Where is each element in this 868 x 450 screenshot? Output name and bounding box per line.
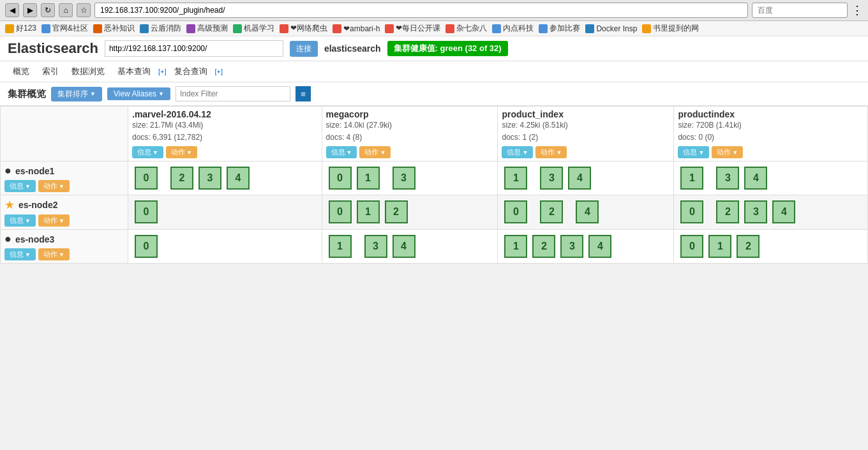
node3-actions: 信息 ▼ 动作 ▼ [4,248,124,260]
node2-actions: 信息 ▼ 动作 ▼ [4,214,124,227]
node2-action-arrow: ▼ [59,218,64,224]
bookmark-button[interactable]: ☆ [77,3,91,17]
node2-info-button[interactable]: 信息 ▼ [4,214,36,227]
product-index-info-arrow: ▼ [522,149,528,156]
node3-info-arrow: ▼ [25,251,31,258]
megacorp-info-button[interactable]: 信息 ▼ [326,146,357,158]
tab-overview[interactable]: 概览 [8,64,34,79]
bookmark-label: 机器学习 [244,23,274,34]
tab-data-browser[interactable]: 数据浏览 [66,64,110,79]
product-index-action-button[interactable]: 动作 ▼ [535,146,567,158]
tab-complex-query[interactable]: 复合查询 [169,64,213,79]
tab-complex-query-add[interactable]: [+] [215,68,223,75]
index-meta-marvel: size: 21.7Mi (43.4Mi) docs: 6,391 (12,78… [132,119,318,144]
node-row-2: ★ es-node2 信息 ▼ 动作 ▼ [1,195,868,230]
back-button[interactable]: ◀ [5,3,19,17]
bookmark-icon [642,24,651,33]
node1-action-button[interactable]: 动作 ▼ [38,180,70,192]
shard: 0 [135,167,158,190]
tab-basic-query[interactable]: 基本查询 [112,64,156,79]
bookmark-icon [280,24,288,33]
marvel-info-button[interactable]: 信息 ▼ [132,146,163,158]
shard: 1 [504,167,527,190]
bookmark-icon [385,24,394,33]
productindex-info-button[interactable]: 信息 ▼ [678,146,709,158]
node-column-header [1,107,128,161]
bookmark-daily[interactable]: ❤每日公开课 [385,23,440,34]
marvel-action-button[interactable]: 动作 ▼ [166,146,197,158]
node2-action-button[interactable]: 动作 ▼ [38,214,70,227]
node-row-3: ● es-node3 信息 ▼ 动作 ▼ [1,230,868,264]
index-filter-input[interactable] [176,86,290,101]
node3-info-button[interactable]: 信息 ▼ [4,248,36,260]
bookmarks-bar: 好123 官网&社区 恶补知识 云盾消防 高级预测 机器学习 ❤网络爬虫 ❤a [0,21,868,36]
bookmark-label: 书里提到的网 [653,23,699,34]
home-button[interactable]: ⌂ [59,3,73,17]
tab-index[interactable]: 索引 [37,64,64,79]
bookmark-jiqixuexi[interactable]: 机器学习 [233,23,274,34]
filter-icon[interactable]: ≡ [296,86,311,101]
bookmark-neidian[interactable]: 内点科技 [492,23,534,34]
megacorp-action-button[interactable]: 动作 ▼ [359,146,391,158]
bookmark-yunbao[interactable]: 云盾消防 [140,23,181,34]
product-index-action-arrow: ▼ [556,149,562,156]
cluster-sort-dropdown-arrow: ▼ [90,91,96,97]
bookmark-docker[interactable]: Docker Insp [585,24,637,33]
bookmark-bisai[interactable]: 参加比赛 [539,23,580,34]
bookmark-ambari[interactable]: ❤ambari-h [333,24,380,33]
bookmark-label: ❤每日公开课 [396,23,440,34]
bookmark-hao123[interactable]: 好123 [5,23,36,34]
shard: 3 [744,200,767,223]
shard: 2 [532,235,555,258]
shard: 0 [135,200,158,223]
node1-info-button[interactable]: 信息 ▼ [4,180,36,192]
browser-menu-icon[interactable]: ⋮ [851,3,863,17]
megacorp-info-arrow: ▼ [347,149,352,156]
tab-basic-query-add[interactable]: [+] [158,68,167,75]
forward-button[interactable]: ▶ [23,3,37,17]
connect-button[interactable]: 连接 [290,41,318,57]
shard: 2 [540,200,563,223]
address-bar[interactable] [94,3,748,18]
node2-product-index-shards: 0 2 4 [498,195,674,230]
node3-status-icon: ● [4,232,11,246]
node1-status-icon: ● [4,164,11,177]
index-name-productindex: productindex [678,109,864,119]
cluster-name: elasticsearch [324,43,381,54]
bookmark-icon [333,24,341,33]
bookmark-ebuzhi[interactable]: 恶补知识 [93,23,135,34]
cluster-sort-button[interactable]: 集群排序 ▼ [51,87,102,101]
node2-productindex-shards: 0 2 3 4 [674,195,868,230]
bookmark-book[interactable]: 书里提到的网 [642,23,699,34]
node2-header: ★ es-node2 [4,198,124,212]
shard: 1 [357,167,380,190]
bookmark-gaoji[interactable]: 高级预测 [186,23,228,34]
shard: 1 [357,200,380,223]
bookmark-icon [41,24,50,33]
bookmark-icon [233,24,242,33]
node3-productindex-shards: 0 1 2 [674,230,868,264]
node1-productindex-shards: 1 3 4 [674,161,868,195]
search-bar[interactable] [752,3,848,18]
bookmark-guanwang[interactable]: 官网&社区 [41,23,88,34]
bookmark-crawler[interactable]: ❤网络爬虫 [280,23,327,34]
view-aliases-label: View Aliases [114,89,156,98]
productindex-action-button[interactable]: 动作 ▼ [712,146,743,158]
bookmark-icon [539,24,548,33]
index-header-marvel: .marvel-2016.04.12 size: 21.7Mi (43.4Mi)… [128,107,322,161]
bookmark-icon [445,24,454,33]
browser-toolbar: ◀ ▶ ↻ ⌂ ☆ ⋮ [0,0,868,21]
nav-tabs: 概览 索引 数据浏览 基本查询 [+] 复合查询 [+] [0,61,868,82]
bookmark-misc[interactable]: 杂七杂八 [445,23,487,34]
shard: 0 [504,200,527,223]
marvel-info-arrow: ▼ [153,149,158,156]
url-input[interactable] [105,40,283,57]
node3-action-button[interactable]: 动作 ▼ [38,248,70,260]
bookmark-label: 恶补知识 [104,23,135,34]
node-row-1: ● es-node1 信息 ▼ 动作 ▼ [1,161,868,195]
refresh-button[interactable]: ↻ [41,3,55,17]
product-index-info-button[interactable]: 信息 ▼ [502,146,533,158]
bookmark-icon [93,24,102,33]
view-aliases-button[interactable]: View Aliases ▼ [107,87,170,100]
bookmark-label: Docker Insp [596,24,637,33]
